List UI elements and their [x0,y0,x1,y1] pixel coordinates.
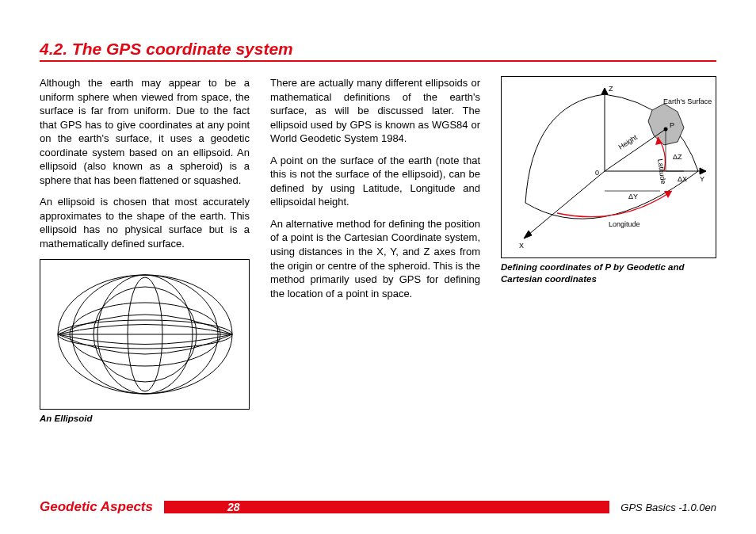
footer-bar: 28 [164,501,609,513]
figure-ellipsoid [40,259,250,410]
col1-para2: An ellipsoid is chosen that most accurat… [40,195,250,250]
coord-svg: Z Y X 0 P Earth's Surface Height Latitud… [502,80,716,254]
footer-doc-id: GPS Basics -1.0.0en [609,502,716,513]
svg-marker-17 [664,191,672,198]
label-dy: ΔY [628,193,638,200]
label-p: P [670,121,674,129]
label-earth: Earth's Surface [663,97,712,105]
col2-para1: There are actually many different ellips… [270,76,480,146]
label-y: Y [700,175,704,183]
label-lon: Longitude [609,220,640,228]
column-3: Z Y X 0 P Earth's Surface Height Latitud… [501,76,716,425]
column-1: Although the earth may appear to be a un… [40,76,250,425]
svg-marker-13 [524,231,532,238]
figure-ellipsoid-caption: An Ellipsoid [40,413,250,425]
figure-coordinates-caption: Defining coordinates of P by Geodetic an… [501,261,716,285]
label-dx: ΔX [678,175,687,183]
footer-page-number: 28 [227,501,240,513]
page-footer: Geodetic Aspects 28 GPS Basics -1.0.0en [40,499,716,515]
svg-marker-12 [700,168,706,174]
label-x: X [519,242,524,250]
ellipsoid-svg [46,267,244,402]
col2-para3: An alternative method for defining the p… [270,217,480,300]
svg-line-10 [524,171,605,238]
col1-para1: Although the earth may appear to be a un… [40,76,250,187]
content-columns: Although the earth may appear to be a un… [40,76,716,425]
svg-marker-11 [601,88,608,94]
section-heading: 4.2. The GPS coordinate system [40,40,716,62]
column-2: There are actually many different ellips… [270,76,480,425]
label-z: Z [609,85,613,93]
label-height: Height [617,133,640,151]
label-o: 0 [595,169,599,177]
figure-coordinates: Z Y X 0 P Earth's Surface Height Latitud… [501,76,716,258]
label-dz: ΔZ [673,153,682,161]
footer-section-title: Geodetic Aspects [40,499,164,515]
col2-para2: A point on the surface of the earth (not… [270,154,480,209]
